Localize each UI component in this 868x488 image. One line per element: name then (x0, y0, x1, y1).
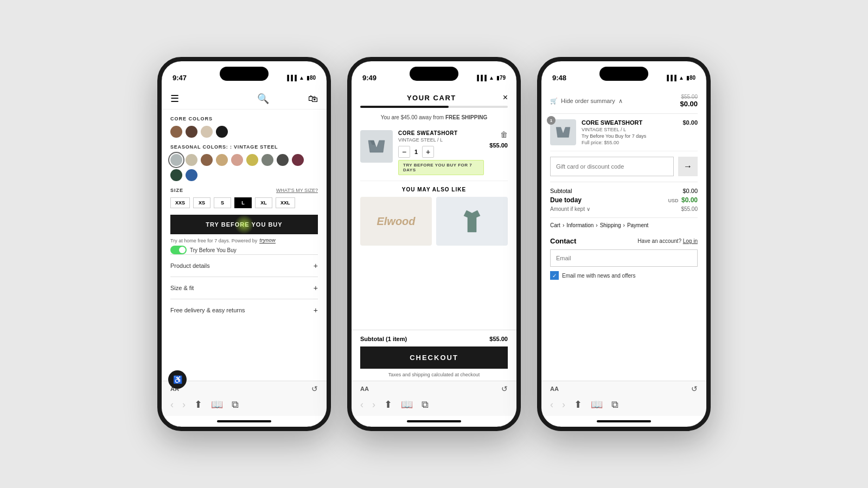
size-l[interactable]: L (234, 197, 252, 208)
back-icon-2[interactable]: ‹ (360, 399, 363, 410)
color-swatch[interactable] (201, 126, 213, 138)
checkout-item-image: 1 (550, 119, 576, 145)
browser-nav-3: ‹ › ⬆ 📖 ⧉ (550, 399, 618, 410)
browser-nav-2: ‹ › ⬆ 📖 ⧉ (360, 399, 429, 410)
tabs-icon-2[interactable]: ⧉ (422, 399, 429, 410)
search-icon[interactable]: 🔍 (257, 93, 269, 105)
status-icons-1: ▐▐▐ ▲ ▮80 (285, 75, 316, 81)
qty-decrease[interactable]: − (398, 146, 410, 158)
size-xl[interactable]: XL (255, 197, 272, 208)
seasonal-color-grid (170, 154, 318, 181)
toggle-label: Try Before You Buy (190, 247, 237, 253)
product-scroll: CORE COLORS SEASONAL COLORS: : VINTAGE S… (162, 110, 327, 381)
refresh-icon-1[interactable]: ↺ (311, 384, 318, 393)
cart-item: CORE SWEATSHORT VINTAGE STEEL / L − 1 + … (360, 125, 508, 181)
contact-section: Contact Have an account? Log in Email me… (550, 233, 698, 284)
chevron-up-icon: ∧ (618, 98, 623, 105)
chevron-down-icon: ∨ (586, 206, 590, 212)
due-today-price: $0.00 (681, 196, 698, 204)
share-icon-3[interactable]: ⬆ (574, 399, 582, 410)
time-2: 9:49 (362, 74, 376, 82)
size-s[interactable]: S (214, 197, 231, 208)
phone-1: 9:47 ▐▐▐ ▲ ▮80 ☰ 🔍 🛍 CORE COLORS (157, 57, 331, 431)
tabs-icon-3[interactable]: ⧉ (611, 399, 618, 410)
cart-close-button[interactable]: × (503, 93, 508, 102)
color-swatch[interactable] (186, 126, 197, 138)
color-swatch[interactable] (186, 154, 197, 166)
discount-input[interactable] (550, 157, 674, 176)
checkout-scroll: 🛒 Hide order summary ∧ $55.00 $0.00 1 (541, 88, 706, 381)
phone-2: 9:49 ▐▐▐ ▲ ▮79 YOUR CART × You are $45.0… (347, 57, 521, 431)
color-swatch[interactable] (216, 154, 228, 166)
color-swatch[interactable] (292, 154, 304, 166)
delete-item-button[interactable]: 🗑 (500, 130, 508, 139)
menu-icon[interactable]: ☰ (170, 93, 179, 105)
back-icon-1[interactable]: ‹ (170, 399, 174, 410)
aa-text-2: AA (360, 386, 369, 392)
forward-icon-3[interactable]: › (562, 399, 565, 410)
email-input[interactable] (550, 249, 698, 267)
size-xxl[interactable]: XXL (276, 197, 295, 208)
refresh-icon-3[interactable]: ↺ (691, 384, 698, 393)
bag-icon[interactable]: 🛍 (308, 93, 318, 105)
whats-my-size-link[interactable]: WHAT'S MY SIZE? (276, 188, 318, 193)
color-swatch-selected[interactable] (170, 154, 182, 166)
checkout-item-variant: VINTAGE STEEL / L (582, 127, 677, 132)
qty-increase[interactable]: + (422, 146, 434, 158)
tabs-icon-1[interactable]: ⧉ (232, 399, 239, 410)
try-before-buy-button[interactable]: TRY BEFORE YOU BUY (170, 215, 318, 234)
bookmarks-icon-2[interactable]: 📖 (401, 399, 413, 410)
bookmarks-icon-3[interactable]: 📖 (591, 399, 603, 410)
back-icon-3[interactable]: ‹ (550, 399, 553, 410)
forward-icon-1[interactable]: › (182, 399, 186, 410)
bookmarks-icon-1[interactable]: 📖 (211, 399, 223, 410)
share-icon-1[interactable]: ⬆ (194, 399, 202, 410)
battery-icon-3: ▮80 (686, 75, 695, 81)
accordion-label: Size & fit (170, 285, 194, 291)
login-link[interactable]: Have an account? Log in (637, 238, 698, 244)
color-swatch[interactable] (277, 154, 289, 166)
browser-bar-2: AA ↺ (352, 381, 516, 399)
price-main: $0.00 (680, 100, 698, 108)
size-xxs[interactable]: XXS (170, 197, 190, 208)
wifi-icon: ▲ (299, 75, 304, 81)
checkout-button[interactable]: CHECKOUT (360, 346, 508, 369)
qty-number: 1 (414, 149, 418, 155)
color-swatch[interactable] (201, 154, 213, 166)
accordion-delivery[interactable]: Free delivery & easy returns + (170, 299, 318, 321)
color-swatch[interactable] (246, 154, 258, 166)
email-checkbox[interactable] (550, 271, 559, 280)
discount-row: → (550, 151, 698, 182)
accessibility-button[interactable]: ♿ (168, 370, 187, 389)
shipping-progress-bar (360, 106, 508, 108)
color-swatch[interactable] (170, 126, 182, 138)
order-summary-toggle[interactable]: 🛒 Hide order summary ∧ $55.00 $0.00 (550, 88, 698, 114)
forward-icon-2[interactable]: › (372, 399, 375, 410)
dynamic-island-3 (599, 67, 648, 81)
color-swatch[interactable] (170, 169, 182, 181)
checkout-item-full-price: Full price: $55.00 (582, 140, 677, 145)
try-toggle[interactable] (170, 246, 187, 254)
accordion-label: Free delivery & easy returns (170, 307, 245, 313)
size-xs[interactable]: XS (193, 197, 210, 208)
refresh-icon-2[interactable]: ↺ (501, 384, 508, 393)
accordion-size-fit[interactable]: Size & fit + (170, 277, 318, 299)
color-swatch[interactable] (231, 154, 243, 166)
core-colors-label: CORE COLORS (170, 116, 318, 121)
accordion-product-details[interactable]: Product details + (170, 254, 318, 277)
breadcrumb-nav: Cart › Information › Shipping › Payment (550, 218, 698, 233)
color-swatch[interactable] (216, 126, 228, 138)
color-swatch[interactable] (261, 154, 273, 166)
cart-item-image (360, 130, 393, 163)
color-swatch[interactable] (186, 169, 197, 181)
sep-3: › (623, 222, 625, 228)
login-anchor[interactable]: Log in (683, 238, 698, 244)
may-like-card-2[interactable] (436, 197, 508, 246)
checkout-item-price: $0.00 (682, 119, 698, 126)
home-indicator-2 (352, 416, 516, 427)
discount-submit-button[interactable]: → (678, 157, 698, 176)
subtotal-price: $55.00 (489, 336, 508, 342)
contact-header: Contact Have an account? Log in (550, 237, 698, 245)
may-like-card-1[interactable]: Elwood (360, 197, 432, 246)
share-icon-2[interactable]: ⬆ (384, 399, 392, 410)
